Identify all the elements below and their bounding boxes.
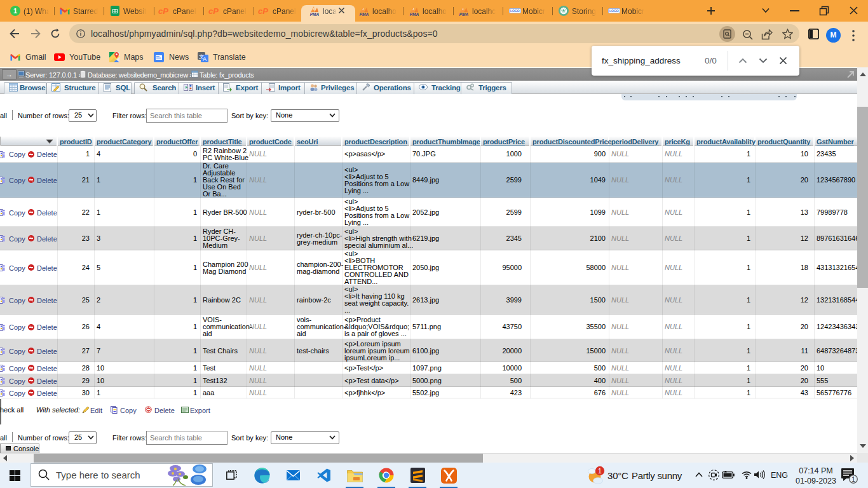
svg-text:1: 1	[598, 467, 602, 475]
svg-text:PMA: PMA	[360, 12, 369, 17]
svg-text:1: 1	[13, 7, 17, 15]
svg-text:PMA: PMA	[310, 12, 320, 17]
svg-text:PMA: PMA	[459, 12, 469, 17]
svg-text:1: 1	[851, 476, 855, 483]
svg-text:文: 文	[199, 54, 204, 60]
svg-text:PMA: PMA	[410, 12, 419, 17]
